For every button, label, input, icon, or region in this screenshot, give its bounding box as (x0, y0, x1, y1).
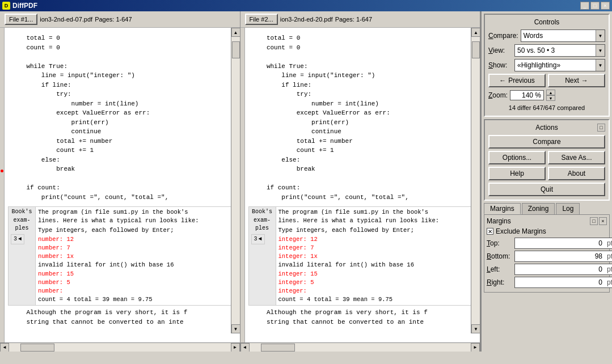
panel2-hscroll-track[interactable] (250, 343, 471, 352)
compare-button[interactable]: Compare (488, 135, 605, 149)
help-about-row: Help About (488, 167, 605, 180)
close-button[interactable]: × (601, 2, 610, 10)
saveas-button[interactable]: Save As... (548, 151, 605, 164)
previous-button[interactable]: ← Previous (488, 74, 546, 87)
window-controls: _ □ × (580, 2, 610, 10)
margins-restore-button[interactable]: □ (590, 217, 598, 225)
compare-button-label: Compare (533, 138, 560, 146)
panel1-diff-indicator (1, 170, 3, 172)
zoom-down-button[interactable]: ▼ (546, 95, 555, 101)
zoom-up-button[interactable]: ▲ (546, 90, 555, 95)
panel2-book-content: The program (in file sum1.py in the book… (276, 207, 478, 305)
show-select[interactable]: «Highlighting» ▼ (514, 59, 605, 71)
panel2-book-label: Book'sexam-ples3◄ (249, 207, 276, 305)
panel1-scroll-down[interactable]: ▼ (231, 324, 240, 333)
margin-right-input-wrap: pt ▲ ▼ (514, 277, 612, 288)
margin-right-input[interactable] (515, 278, 605, 287)
panel2-vscrollbar[interactable]: ▲ ▼ (471, 28, 480, 333)
actions-header: Actions □ (488, 124, 605, 132)
margins-window-buttons: □ × (590, 217, 607, 225)
margin-right-label: Right: (487, 278, 512, 286)
panel1-highlight6: number: (38, 287, 235, 295)
minimize-button[interactable]: _ (580, 2, 589, 10)
panel1-hscroll-track[interactable] (9, 343, 231, 352)
margin-left-input[interactable] (515, 265, 605, 274)
panel2-scroll-up[interactable]: ▲ (471, 28, 480, 37)
panel1-header: File #1... ion3-2nd-ed-07.pdf Pages: 1-6… (0, 11, 240, 28)
actions-title: Actions (518, 124, 576, 132)
panel2-hscrollbar[interactable]: ◄ ► (240, 342, 480, 352)
margin-right-unit: pt (605, 278, 612, 287)
app-title: DiffPDF (12, 2, 37, 10)
view-select[interactable]: 50 vs. 50 • 3 ▼ (514, 44, 605, 57)
margin-top-input[interactable] (515, 239, 605, 248)
about-label: About (568, 170, 585, 177)
panel1-scroll-right[interactable]: ► (231, 343, 240, 352)
show-dropdown-arrow[interactable]: ▼ (596, 60, 605, 71)
margin-top-label: Top: (487, 239, 512, 247)
margin-bottom-unit: pt (605, 252, 612, 261)
pdf-panels-container: File #1... ion3-2nd-ed-07.pdf Pages: 1-6… (0, 11, 482, 352)
quit-button[interactable]: Quit (488, 183, 605, 196)
margin-top-row: Top: pt ▲ ▼ (487, 238, 607, 249)
view-dropdown-arrow[interactable]: ▼ (596, 45, 605, 56)
panel1-scroll-thumb[interactable] (232, 41, 240, 58)
margin-left-label: Left: (487, 265, 512, 273)
panel1-scroll-up[interactable]: ▲ (231, 28, 240, 37)
panel1-hscrollbar[interactable]: ◄ ► (0, 342, 240, 352)
exclude-margins-checkbox[interactable]: ✕ (487, 228, 493, 235)
panel1-vscrollbar[interactable]: ▲ ▼ (231, 28, 240, 333)
panel2-scroll-thumb[interactable] (472, 41, 480, 58)
compare-value: Words (521, 31, 596, 40)
margin-bottom-input[interactable] (515, 252, 605, 261)
file1-button[interactable]: File #1... (5, 14, 37, 25)
panel2-content-area: total = 0 count = 0 while True: line = i… (245, 28, 480, 342)
panel2-content[interactable]: total = 0 count = 0 while True: line = i… (245, 28, 480, 342)
help-button[interactable]: Help (488, 167, 546, 180)
panel2-scroll-track[interactable] (471, 37, 480, 324)
margin-bottom-input-wrap: pt ▲ ▼ (514, 251, 612, 262)
margin-right-row: Right: pt ▲ ▼ (487, 277, 607, 288)
margin-bottom-row: Bottom: pt ▲ ▼ (487, 251, 607, 262)
panel1-highlight4: number: 15 (38, 270, 235, 278)
panel1-scroll-track[interactable] (231, 37, 240, 324)
panel2-scroll-left[interactable]: ◄ (240, 343, 250, 352)
exclude-margins-label: Exclude Margins (496, 227, 546, 235)
file2-button[interactable]: File #2... (245, 14, 278, 25)
panel1-filename: ion3-2nd-ed-07.pdf (40, 16, 92, 23)
zoom-label: Zoom: (488, 91, 508, 99)
margin-left-row: Left: pt ▲ ▼ (487, 264, 607, 275)
view-row: View: 50 vs. 50 • 3 ▼ (488, 44, 605, 57)
panel2-pages: Pages: 1-647 (335, 16, 372, 23)
panel1-scroll-left[interactable]: ◄ (0, 343, 9, 352)
panel2-hscroll-thumb[interactable] (261, 344, 295, 352)
next-arrow-icon: → (581, 77, 588, 84)
panel2-side-indicator (240, 28, 245, 342)
panel2-scroll-right[interactable]: ► (471, 343, 480, 352)
diff-status: 14 differ 647/647 compared (488, 103, 605, 112)
app-icon-letter: D (5, 3, 9, 9)
about-button[interactable]: About (548, 167, 605, 180)
margin-top-unit: pt (605, 239, 612, 248)
panel1-highlight2: number: 7 (38, 244, 235, 252)
maximize-button[interactable]: □ (590, 2, 600, 10)
panel2-page-number: 3◄ (251, 234, 265, 245)
panel1-content[interactable]: total = 0 count = 0 while True: line = i… (5, 28, 240, 342)
tab-margins[interactable]: Margins (484, 203, 521, 214)
compare-dropdown-arrow[interactable]: ▼ (596, 30, 605, 41)
panel2-scroll-down[interactable]: ▼ (471, 324, 480, 333)
margins-panel: Margins □ × ✕ Exclude Margins Top: pt (484, 214, 610, 293)
tab-log[interactable]: Log (556, 203, 580, 214)
next-button[interactable]: Next → (548, 74, 605, 87)
zoom-input[interactable] (510, 90, 544, 100)
zoom-row: Zoom: ▲ ▼ (488, 90, 605, 101)
actions-expand-icon[interactable]: □ (597, 124, 605, 132)
tab-zoning[interactable]: Zoning (522, 203, 555, 214)
compare-row: Compare: Words ▼ (488, 29, 605, 42)
panel2-book-example: Book'sexam-ples3◄ The program (in file s… (248, 206, 478, 306)
panel1-code: total = 0 count = 0 while True: line = i… (8, 30, 238, 205)
compare-select[interactable]: Words ▼ (521, 29, 605, 42)
panel1-hscroll-thumb[interactable] (20, 344, 54, 352)
margins-close-button[interactable]: × (599, 217, 607, 225)
options-button[interactable]: Options... (488, 151, 546, 164)
